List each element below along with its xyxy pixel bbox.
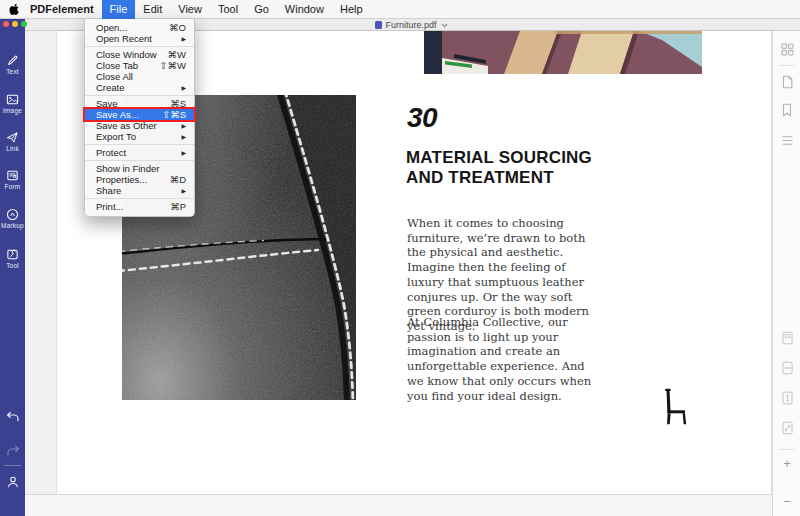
bookmark-panel-button[interactable] [773, 103, 800, 121]
menubar-item-go[interactable]: Go [246, 0, 277, 19]
menu-item-shortcut: ⌘O [169, 22, 186, 33]
submenu-arrow-icon: ▶ [181, 187, 186, 194]
menubar-item-view[interactable]: View [170, 0, 210, 19]
tab-title: Furniture.pdf [386, 20, 437, 30]
menu-item-show-in-finder[interactable]: Show in Finder [85, 163, 194, 174]
fit-width-button[interactable] [773, 361, 800, 379]
actual-size-button[interactable] [773, 421, 800, 439]
tool-label: Link [0, 145, 25, 152]
fabric-photo [424, 31, 702, 74]
pencil-icon [6, 54, 19, 67]
body-paragraph-2: At Columbia Collective, our passion is t… [407, 315, 605, 403]
redo-button[interactable] [0, 443, 25, 461]
menubar-item-file[interactable]: File [102, 0, 136, 19]
menu-item-properties[interactable]: Properties... ⌘D [85, 174, 194, 185]
menu-item-print[interactable]: Print... ⌘P [85, 201, 194, 212]
tool-tool-button[interactable]: Tool [0, 248, 25, 269]
menu-item-label: Print... [96, 201, 123, 212]
undo-icon [6, 411, 20, 423]
menu-separator [85, 46, 194, 47]
apple-menu[interactable] [9, 3, 20, 15]
tool-label: Text [0, 68, 25, 75]
menu-item-shortcut: ⇧⌘S [162, 109, 186, 120]
heading-line-1: MATERIAL SOURCING [406, 148, 592, 168]
menu-item-shortcut: ⌘D [170, 174, 186, 185]
actual-size-icon [781, 421, 794, 435]
menu-item-open[interactable]: Open... ⌘O [85, 22, 194, 33]
zoom-window-button[interactable] [21, 21, 27, 27]
page-panel-button[interactable] [773, 75, 800, 93]
menu-item-open-recent[interactable]: Open Recent ▶ [85, 33, 194, 44]
menu-item-label: Save as Other [96, 120, 157, 131]
menubar-item-window[interactable]: Window [277, 0, 332, 19]
menu-item-label: Show in Finder [96, 163, 159, 174]
minus-icon: − [783, 494, 791, 509]
fit-page-button[interactable] [773, 331, 800, 349]
redo-icon [6, 445, 20, 457]
section-heading: MATERIAL SOURCING AND TREATMENT [406, 148, 592, 188]
document-tab[interactable]: Furniture.pdf [375, 19, 448, 31]
file-menu: Open... ⌘O Open Recent ▶ Close Window ⌘W… [84, 19, 195, 217]
menu-separator [85, 160, 194, 161]
thumbnail-panel-button[interactable] [773, 42, 800, 60]
heading-line-2: AND TREATMENT [406, 168, 592, 188]
menu-item-label: Properties... [96, 174, 147, 185]
tool-form-button[interactable]: Form [0, 169, 25, 190]
fit-height-button[interactable] [773, 391, 800, 409]
account-button[interactable] [0, 475, 25, 493]
zoom-out-button[interactable]: − [773, 495, 800, 508]
menu-item-label: Save [96, 98, 118, 109]
menu-item-shortcut: ⇧⌘W [160, 60, 186, 71]
menu-item-protect[interactable]: Protect ▶ [85, 147, 194, 158]
right-toolbar-separator [779, 449, 794, 450]
menu-item-close-all[interactable]: Close All [85, 71, 194, 82]
menubar-item-tool[interactable]: Tool [210, 0, 246, 19]
tool-label: Image [0, 107, 25, 114]
bookmark-panel-icon [781, 103, 793, 117]
undo-button[interactable] [0, 409, 25, 427]
menu-item-shortcut: ⌘P [170, 201, 186, 212]
menubar-item-edit[interactable]: Edit [135, 0, 170, 19]
traffic-lights [3, 21, 27, 27]
image-icon [6, 93, 19, 106]
page-panel-icon [781, 75, 794, 89]
fit-height-icon [781, 391, 794, 405]
tool-text-button[interactable]: Text [0, 54, 25, 75]
menu-separator [85, 144, 194, 145]
menu-item-close-tab[interactable]: Close Tab ⇧⌘W [85, 60, 194, 71]
menu-item-label: Share [96, 185, 121, 196]
menu-item-label: Close Window [96, 49, 157, 60]
chair-logo [658, 388, 688, 425]
plus-icon: + [783, 456, 791, 471]
page-number: 30 [407, 101, 437, 135]
chevron-down-icon [441, 23, 448, 28]
menu-item-label: Open Recent [96, 33, 152, 44]
menu-item-create[interactable]: Create ▶ [85, 82, 194, 93]
menu-item-save-as-other[interactable]: Save as Other ▶ [85, 120, 194, 131]
menu-item-share[interactable]: Share ▶ [85, 185, 194, 196]
close-window-button[interactable] [3, 21, 9, 27]
zoom-in-button[interactable]: + [773, 457, 800, 470]
app-menu[interactable]: PDFelement [26, 0, 102, 19]
tool-markup-button[interactable]: Markup [0, 208, 25, 229]
menu-item-export-to[interactable]: Export To ▶ [85, 131, 194, 142]
menu-item-save[interactable]: Save ⌘S [85, 98, 194, 109]
tool-image-button[interactable]: Image [0, 93, 25, 114]
menu-item-close-window[interactable]: Close Window ⌘W [85, 49, 194, 60]
account-icon [6, 475, 20, 489]
menubar-item-help[interactable]: Help [332, 0, 371, 19]
menu-separator [85, 95, 194, 96]
menu-item-label: Close All [96, 71, 133, 82]
submenu-arrow-icon: ▶ [181, 84, 186, 91]
menu-item-save-as[interactable]: Save As... ⇧⌘S [85, 109, 194, 120]
tool-link-button[interactable]: Link [0, 131, 25, 152]
right-toolbar-separator [779, 65, 794, 66]
minimize-window-button[interactable] [12, 21, 18, 27]
tool-label: Form [0, 183, 25, 190]
annotation-panel-button[interactable] [773, 132, 800, 150]
menu-item-label: Save As... [96, 109, 139, 120]
menu-item-label: Create [96, 82, 125, 93]
sidebar-divider [4, 465, 21, 466]
tool-icon [6, 248, 19, 261]
submenu-arrow-icon: ▶ [181, 35, 186, 42]
